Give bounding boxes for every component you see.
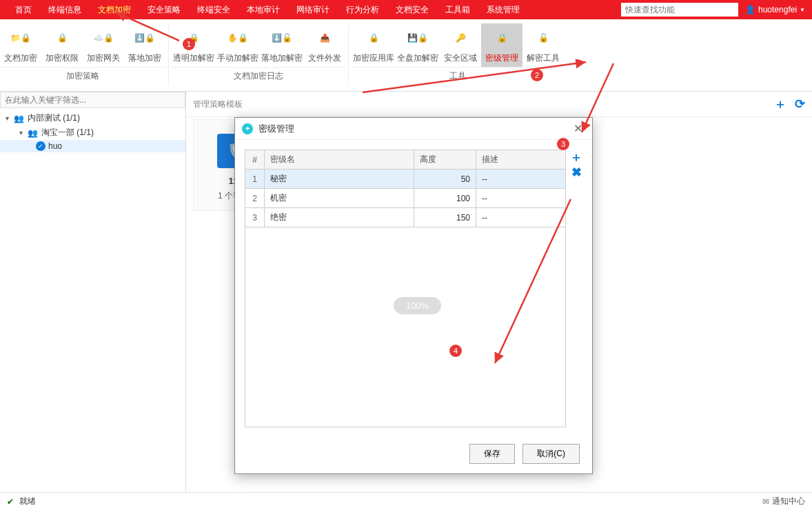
nav-local-audit[interactable]: 本地审计	[238, 0, 288, 19]
mail-icon: ✉	[762, 497, 769, 507]
username-label: huotengfei	[758, 5, 797, 14]
add-row-icon[interactable]: ＋	[570, 150, 582, 165]
tree-label: 淘宝一部 (1/1)	[41, 127, 94, 139]
close-icon[interactable]: ✕	[571, 122, 585, 135]
content-header: 管理策略模板 ＋ ⟳	[186, 92, 812, 117]
check-icon: ✓	[36, 141, 45, 151]
ribbon-secure-zone[interactable]: 🔑安全区域	[440, 23, 481, 67]
nav-terminal-info[interactable]: 终端信息	[40, 0, 90, 19]
ribbon-full-disk[interactable]: 💾🔒全盘加解密	[396, 23, 440, 67]
tree: ▾ 👥 内部测试 (1/1) ▾ 👥 淘宝一部 (1/1) ✓ huo	[0, 108, 185, 155]
top-navbar: 首页 终端信息 文档加密 安全策略 终端安全 本地审计 网络审计 行为分析 文档…	[0, 0, 812, 19]
nav-home[interactable]: 首页	[7, 0, 40, 19]
ribbon-encrypt-perm[interactable]: 🔒加密权限	[41, 23, 83, 67]
ribbon-decrypt-tool[interactable]: 🔓解密工具	[522, 23, 564, 67]
nav-doc-encrypt[interactable]: 文档加密	[90, 0, 139, 19]
globe-icon: ✦	[242, 123, 253, 134]
check-icon: ✔	[7, 497, 14, 507]
tree-filter-input[interactable]	[0, 92, 185, 108]
nav-terminal-security[interactable]: 终端安全	[189, 0, 238, 19]
tree-node-dept[interactable]: ▾ 👥 淘宝一部 (1/1)	[0, 125, 185, 140]
dialog-title: 密级管理	[258, 123, 571, 135]
tree-node-user[interactable]: ✓ huo	[0, 140, 185, 152]
table-row[interactable]: 1 秘密 50 --	[245, 170, 566, 189]
table-row[interactable]: 3 绝密 150 --	[245, 208, 566, 227]
refresh-icon[interactable]: ⟳	[795, 96, 805, 112]
caret-down-icon: ▾	[6, 114, 14, 122]
table-row[interactable]: 2 机密 100 --	[245, 189, 566, 208]
ribbon-app-lib[interactable]: 🔒加密应用库	[352, 23, 396, 67]
tree-label: huo	[48, 141, 62, 151]
ribbon-manual[interactable]: ✋🔒手动加解密	[216, 23, 260, 67]
progress-badge: 100%	[394, 297, 441, 314]
ribbon-transparent[interactable]: 🔒透明加解密	[172, 23, 216, 67]
user-menu[interactable]: 👤 huotengfei ▼	[745, 5, 805, 14]
add-icon[interactable]: ＋	[774, 96, 786, 112]
ribbon-landing-encrypt[interactable]: ⬇️🔒落地加密	[124, 23, 165, 67]
group-icon: 👥	[28, 128, 39, 138]
sidebar: ▾ 👥 内部测试 (1/1) ▾ 👥 淘宝一部 (1/1) ✓ huo	[0, 92, 186, 492]
save-button[interactable]: 保存	[469, 444, 515, 464]
notify-label: 通知中心	[772, 496, 805, 507]
chevron-down-icon: ▼	[800, 7, 805, 13]
ribbon-group-label-3: 工具	[352, 67, 564, 85]
ribbon-group-label-1: 加密策略	[0, 67, 165, 85]
notification-center[interactable]: ✉ 通知中心	[762, 496, 805, 507]
ribbon-toolbar: 📁🔒文档加密 🔒加密权限 ☁️🔒加密网关 ⬇️🔒落地加密 加密策略 🔒透明加解密…	[0, 19, 812, 92]
tree-label: 内部测试 (1/1)	[28, 112, 80, 124]
ribbon-encrypt-gateway[interactable]: ☁️🔒加密网关	[83, 23, 124, 67]
col-idx: #	[245, 150, 265, 170]
tree-node-root[interactable]: ▾ 👥 内部测试 (1/1)	[0, 111, 185, 125]
nav-sysmgmt[interactable]: 系统管理	[478, 0, 528, 19]
nav-toolbox[interactable]: 工具箱	[437, 0, 478, 19]
level-table: # 密级名 高度 描述 1 秘密 50 -- 2 机密	[245, 150, 566, 427]
nav-network-audit[interactable]: 网络审计	[288, 0, 338, 19]
ribbon-file-out[interactable]: 📤文件外发	[304, 23, 345, 67]
ribbon-landing-log[interactable]: ⬇️🔓落地加解密	[260, 23, 304, 67]
ribbon-level-mgmt[interactable]: 🔒密级管理	[481, 23, 522, 67]
group-icon: 👥	[14, 114, 25, 123]
search-input[interactable]	[621, 3, 738, 17]
level-mgmt-dialog: ✦ 密级管理 ✕ # 密级名 高度 描述 1 秘密 50	[234, 117, 593, 474]
delete-row-icon[interactable]: ✖	[570, 165, 582, 180]
col-name: 密级名	[265, 150, 414, 170]
nav-security-policy[interactable]: 安全策略	[139, 0, 189, 19]
ribbon-group-label-2: 文档加密日志	[172, 67, 345, 85]
dialog-header: ✦ 密级管理 ✕	[235, 118, 592, 140]
nav-behavior[interactable]: 行为分析	[338, 0, 387, 19]
caret-down-icon: ▾	[19, 129, 28, 136]
col-height: 高度	[414, 150, 476, 170]
ribbon-doc-encrypt[interactable]: 📁🔒文档加密	[0, 23, 41, 67]
nav-doc-security[interactable]: 文档安全	[387, 0, 437, 19]
col-desc: 描述	[476, 150, 566, 170]
cancel-button[interactable]: 取消(C)	[522, 444, 580, 464]
status-bar: ✔ 就绪 ✉ 通知中心	[0, 492, 812, 510]
user-icon: 👤	[745, 5, 755, 14]
content-title: 管理策略模板	[193, 99, 243, 110]
status-text: 就绪	[19, 496, 36, 507]
